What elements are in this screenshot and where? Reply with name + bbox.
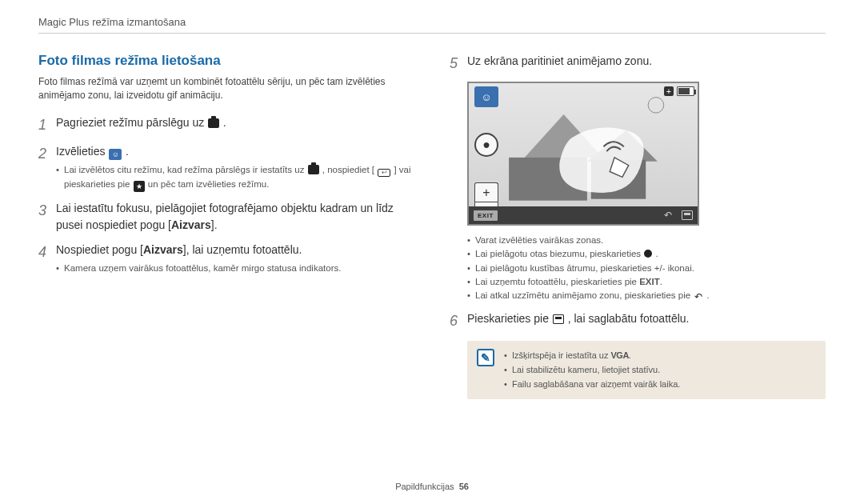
section-title: Foto filmas režīma lietošana	[38, 53, 414, 69]
step-number: 1	[38, 114, 56, 135]
step-text: Pagrieziet režīmu pārslēgu uz	[56, 116, 207, 129]
step-text: Lai iestatītu fokusu, pielāgojiet fotogr…	[56, 202, 394, 231]
sub-bullet: Lai pielāgotu kustības ātrumu, pieskarie…	[467, 262, 826, 275]
photo-movie-mode-icon: ☺	[109, 149, 122, 160]
sub-bullet: Lai izvēlētos citu režīmu, kad režīma pā…	[56, 163, 414, 192]
scr-battery-icon	[677, 86, 694, 96]
step-text: Nospiediet pogu [Aizvars], lai uzņemtu f…	[56, 243, 302, 256]
step-text: Izvēlieties	[56, 145, 108, 158]
scr-plus-button: +	[474, 182, 498, 202]
page-footer: Papildfunkcijas 56	[0, 482, 864, 491]
intro-text: Foto filmas režīmā var uzņemt un kombinē…	[38, 75, 414, 103]
brush-dot-icon	[644, 250, 652, 258]
note-box: ✎ Izšķirtspēja ir iestatīta uz VGA. Lai …	[467, 341, 826, 399]
sub-bullet: Lai pielāgotu otas biezumu, pieskarietie…	[467, 247, 826, 261]
step-number: 5	[450, 53, 467, 74]
step-text: Uz ekrāna paritiniet animējamo zonu.	[467, 54, 652, 67]
note-item: Failu saglabāšana var aizņemt vairāk lai…	[504, 378, 680, 392]
mode-dial-icon	[208, 118, 219, 128]
scr-status-icon: +	[664, 86, 674, 96]
step-number: 2	[38, 143, 56, 193]
back-key-icon: ↩	[378, 169, 390, 177]
right-column: 5 Uz ekrāna paritiniet animējamo zonu.	[450, 53, 826, 399]
note-item: Izšķirtspēja ir iestatīta uz VGA.	[504, 349, 680, 363]
svg-point-2	[648, 98, 664, 114]
step-text-suffix: .	[223, 116, 226, 129]
step-number: 6	[450, 310, 467, 331]
mode-dial-icon	[308, 165, 319, 174]
sub-bullet: Lai uzņemtu fotoattēlu, pieskarieties pi…	[467, 275, 826, 289]
breadcrumb: Magic Plus režīma izmantošana	[38, 16, 826, 34]
step-text-suffix: .	[126, 145, 129, 158]
step-text: Pieskarieties pie , lai saglabātu fotoat…	[467, 312, 690, 325]
scr-mode-icon: ☺	[474, 86, 498, 107]
mode-menu-icon: ★	[134, 181, 145, 192]
step-number: 4	[38, 242, 56, 275]
sub-bullet: Kamera uzņem vairākus fotoattēlus, kamēr…	[56, 262, 414, 275]
scr-undo-icon: ↶	[663, 210, 673, 220]
camera-screen-illustration: ☺ ● + − + EXIT ↶	[467, 82, 699, 226]
scr-exit-button: EXIT	[474, 210, 498, 221]
note-icon: ✎	[477, 349, 494, 366]
step-number: 3	[38, 200, 56, 234]
sub-bullet: Lai atkal uzzīmētu animējamo zonu, piesk…	[467, 289, 826, 302]
left-column: Foto filmas režīma lietošana Foto filmas…	[38, 53, 414, 399]
sub-bullet: Varat izvēlēties vairākas zonas.	[467, 234, 826, 247]
save-icon	[553, 314, 564, 324]
scr-save-icon	[682, 210, 693, 220]
note-item: Lai stabilizētu kameru, lietojiet statīv…	[504, 363, 680, 378]
scr-brush-icon: ●	[474, 133, 498, 157]
undo-icon: ↶	[694, 292, 703, 302]
